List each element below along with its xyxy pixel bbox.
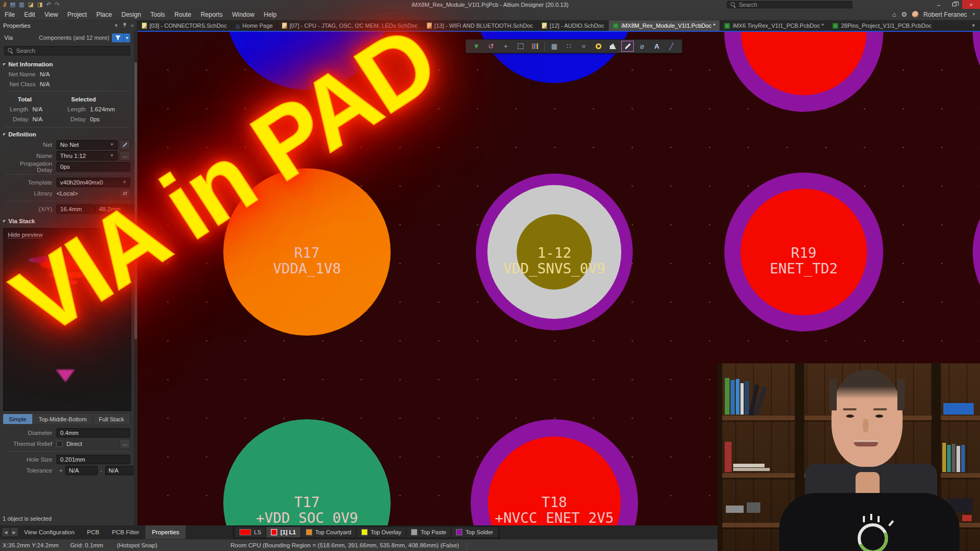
diameter-field[interactable]: 0.4mm bbox=[56, 428, 130, 438]
tab-list-chevron-icon[interactable]: ▼ bbox=[967, 23, 980, 28]
measure-icon[interactable]: ⌀ bbox=[636, 41, 648, 52]
signal-wave-icon[interactable]: ≈ bbox=[577, 41, 590, 52]
via-icon[interactable] bbox=[592, 41, 605, 52]
panel-scrollbar-thumb[interactable] bbox=[134, 62, 137, 339]
menu-file[interactable]: File bbox=[0, 11, 19, 18]
menu-view[interactable]: View bbox=[40, 11, 63, 18]
bottom-tab-view-configuration[interactable]: View Configuration bbox=[18, 529, 81, 535]
settings-gear-icon[interactable]: ⚙ bbox=[901, 10, 907, 18]
user-name[interactable]: Robert Feranec bbox=[924, 11, 967, 18]
component-icon[interactable]: ▦ bbox=[548, 41, 561, 52]
tab-imx8m-rex-pcbdoc[interactable]: iMX8M_Rex_Module_V1I1.PcbDoc * bbox=[609, 20, 720, 31]
section-via-stack[interactable]: Via Stack bbox=[2, 216, 132, 226]
user-menu-chevron-icon[interactable]: ▼ bbox=[972, 12, 976, 17]
x-position-field[interactable]: 16.4mm bbox=[56, 204, 95, 214]
global-search-input[interactable]: Search bbox=[727, 1, 852, 8]
tab-top-middle-bottom[interactable]: Top-Middle-Bottom bbox=[33, 414, 93, 424]
filter-scope-label[interactable]: Components (and 12 more) bbox=[39, 35, 109, 41]
area-select-icon[interactable] bbox=[514, 41, 527, 52]
propagation-delay-field[interactable]: 0ps bbox=[56, 162, 130, 171]
panel-tabs-right-arrow[interactable]: ▶ bbox=[10, 528, 18, 536]
panel-tabs-left-arrow[interactable]: ◀ bbox=[2, 528, 9, 536]
pad-edge-top-right[interactable] bbox=[973, 31, 980, 112]
panel-dropdown-icon[interactable]: ▼ bbox=[114, 23, 119, 28]
tab-connectors-schdoc[interactable]: [03] - CONNECTORS.SchDoc bbox=[138, 20, 232, 31]
layer-tab-top-courtyard[interactable]: Top Courtyard bbox=[301, 527, 357, 537]
layer-tab-ls[interactable]: LS bbox=[235, 527, 266, 537]
template-select[interactable]: v40h20m40mx0▼ bbox=[56, 178, 130, 187]
menu-help[interactable]: Help bbox=[259, 11, 281, 18]
section-net-information[interactable]: Net Information bbox=[2, 60, 132, 69]
filter-icon[interactable]: ▼ bbox=[470, 41, 483, 52]
library-link-icon[interactable]: ⇄ bbox=[120, 189, 130, 198]
name-more-button[interactable]: … bbox=[120, 151, 130, 160]
pad-R17[interactable]: R17 VDDA_1V8 bbox=[223, 168, 391, 336]
draw-pencil-icon[interactable] bbox=[621, 41, 634, 52]
open-document-icon[interactable]: ◨ bbox=[37, 1, 42, 8]
pad-R19[interactable]: R19 ENET_TD2 bbox=[724, 173, 883, 331]
layer-tab-l1[interactable]: [1] L1 bbox=[266, 527, 301, 537]
pad-T18[interactable]: T18 +NVCC_ENET_2V5 bbox=[471, 419, 638, 525]
pad-stack-icon[interactable] bbox=[529, 41, 541, 52]
menu-project[interactable]: Project bbox=[63, 11, 92, 18]
save-icon[interactable]: ▤ bbox=[10, 1, 15, 8]
restore-button[interactable] bbox=[947, 0, 962, 9]
save-all-icon[interactable]: ▥ bbox=[19, 1, 24, 8]
tolerance-minus-field[interactable]: N/A bbox=[105, 466, 138, 475]
tab-cpu-schdoc[interactable]: [07] - CPU - JTAG, OSC, I2C MEM, LEDs.Sc… bbox=[278, 20, 423, 31]
hole-size-field[interactable]: 0.201mm bbox=[56, 455, 130, 464]
move-icon[interactable]: + bbox=[499, 41, 512, 52]
line-icon[interactable]: ╱ bbox=[665, 41, 678, 52]
pad-T17[interactable]: T17 +VDD_SOC_0V9 bbox=[223, 419, 391, 525]
menu-edit[interactable]: Edit bbox=[19, 11, 40, 18]
user-avatar[interactable] bbox=[912, 11, 919, 18]
menu-window[interactable]: Window bbox=[227, 11, 259, 18]
pad-red-top-right[interactable] bbox=[724, 31, 883, 112]
pad-1-12[interactable]: 1-12 VDD_SNVS_0V9 bbox=[476, 174, 633, 330]
tab-28pins-project-pcbdoc[interactable]: 28Pins_Project_V1I1_PCB.PcbDoc bbox=[828, 20, 936, 31]
minimize-button[interactable]: – bbox=[931, 0, 947, 9]
tab-simple[interactable]: Simple bbox=[3, 414, 33, 424]
menu-design[interactable]: Design bbox=[117, 11, 145, 18]
panel-close-icon[interactable]: × bbox=[131, 22, 134, 29]
undo-icon[interactable]: ↶ bbox=[47, 1, 51, 8]
text-string-icon[interactable]: A bbox=[651, 41, 663, 52]
panel-pin-icon[interactable] bbox=[122, 22, 127, 29]
bottom-tab-pcb[interactable]: PCB bbox=[81, 529, 106, 535]
pad-blue-top-center[interactable] bbox=[476, 31, 633, 83]
pad-edge-middle-right[interactable] bbox=[973, 173, 980, 331]
open-icon[interactable]: ◪ bbox=[28, 1, 33, 8]
tab-home-page[interactable]: ⌂ Home Page bbox=[232, 20, 278, 31]
lasso-select-icon[interactable]: ↺ bbox=[485, 41, 497, 52]
filter-dropdown-icon[interactable]: ▼ bbox=[123, 33, 130, 42]
thermal-more-button[interactable]: … bbox=[120, 439, 130, 449]
layer-tab-top-overlay[interactable]: Top Overlay bbox=[357, 527, 407, 537]
tab-imx6-tinyrex-pcbdoc[interactable]: iMX6 TinyRex_V1I1_PCB.PcbDoc * bbox=[720, 20, 828, 31]
hide-preview-link[interactable]: Hide preview bbox=[8, 232, 42, 238]
edit-net-button[interactable] bbox=[120, 140, 130, 150]
pad-blue-top-left[interactable] bbox=[226, 31, 388, 90]
menu-tools[interactable]: Tools bbox=[146, 11, 170, 18]
y-position-field[interactable]: 48.2mm bbox=[95, 204, 134, 214]
redo-icon[interactable]: ↷ bbox=[55, 1, 60, 8]
bottom-tab-properties[interactable]: Properties bbox=[145, 525, 185, 539]
tolerance-plus-field[interactable]: N/A bbox=[65, 466, 98, 475]
section-definition[interactable]: Definition bbox=[2, 130, 132, 139]
tab-wifi-bluetooth-schdoc[interactable]: [13] - WIFI AND BLUETOOTH.SchDoc bbox=[423, 20, 538, 31]
thermal-relief-checkbox[interactable] bbox=[56, 441, 63, 447]
polygon-icon[interactable] bbox=[607, 41, 619, 52]
menu-reports[interactable]: Reports bbox=[196, 11, 227, 18]
panel-scrollbar[interactable] bbox=[134, 31, 138, 525]
menu-place[interactable]: Place bbox=[92, 11, 117, 18]
via-name-select[interactable]: Thru 1:12▼ bbox=[56, 151, 118, 160]
layer-tab-top-paste[interactable]: Top Paste bbox=[406, 527, 451, 537]
properties-search-input[interactable]: Search bbox=[4, 46, 130, 55]
layer-tab-top-solder[interactable]: Top Solder bbox=[451, 527, 498, 537]
net-select[interactable]: No Net▼ bbox=[56, 140, 118, 150]
close-button[interactable]: × bbox=[962, 0, 980, 9]
menu-route[interactable]: Route bbox=[170, 11, 196, 18]
tab-full-stack[interactable]: Full Stack bbox=[93, 414, 130, 424]
filter-funnel-button[interactable] bbox=[112, 33, 123, 42]
footprint-icon[interactable]: ∷ bbox=[563, 41, 575, 52]
tab-audio-schdoc[interactable]: [12] - AUDIO.SchDoc bbox=[538, 20, 609, 31]
